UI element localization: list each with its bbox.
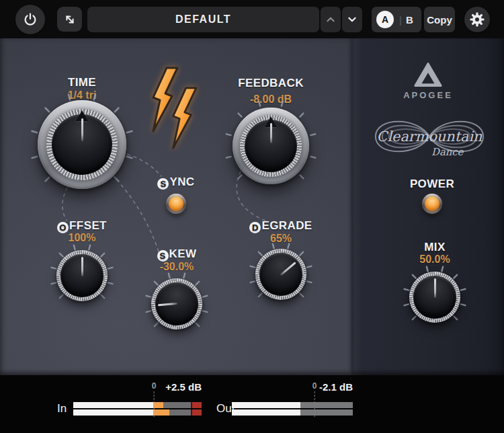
side-panel: APOGEE Clearmountain Dance POWER MIX 50.… [351,38,504,375]
clip-indicator [192,402,202,408]
svg-text:Clearmountain: Clearmountain [377,128,482,145]
knob-pointer [52,114,112,175]
level-fill-orange [153,402,163,408]
power-led-button[interactable] [422,194,442,214]
input-meter: In 0 +2.5 dB [57,375,202,433]
level-fill-white [232,409,300,416]
meter-bar-row [232,402,353,408]
level-fill-orange [153,409,169,416]
degrade-initial-badge: D [249,222,261,233]
preset-selector[interactable]: DEFAULT [87,7,319,32]
settings-button[interactable] [464,7,490,32]
titlebar: DEFAULT A | B Copy [0,0,504,38]
time-label: TIME [28,76,136,89]
input-level-readout: +2.5 dB [165,381,202,393]
copy-button[interactable]: Copy [424,7,455,32]
input-meter-label: In [57,402,67,416]
resize-diagonal-icon [62,12,77,27]
time-knob[interactable] [38,100,126,189]
sync-initial-badge: S [157,178,169,190]
meter-bar-row [73,409,202,416]
clip-indicator [192,409,202,416]
meter-bar-row [73,402,202,408]
power-icon [22,11,38,28]
level-fill-white [232,402,300,408]
apogee-wordmark: APOGEE [374,90,482,100]
skew-label: SKEW [123,247,230,262]
meter-bar-row [232,409,353,416]
led-lamp [425,196,439,211]
lightning-bolts-icon [149,67,206,150]
level-track-gray [300,409,353,416]
chevron-down-icon [345,12,360,27]
svg-text:Dance: Dance [431,146,464,157]
preset-next-button[interactable] [342,7,362,32]
preset-prev-button[interactable] [321,7,341,32]
skew-value: -30.0% [123,261,230,273]
output-meter-bars [232,402,353,416]
ab-a-label: A [382,14,388,25]
knob-pointer [413,276,456,319]
level-track-gray [300,402,353,408]
clearmountain-dance-logo: Clearmountain Dance [366,108,493,169]
output-meter: Out 0 -2.1 dB [216,375,353,433]
degrade-label: DEGRADE [227,219,335,233]
level-track-gray [163,402,191,408]
mix-label: MIX [381,241,489,254]
chevron-up-icon [323,12,338,27]
ab-divider: | [399,14,402,26]
ab-compare-group: A | B [372,7,421,32]
skew-initial-badge: S [157,250,169,262]
knob-pointer [60,254,103,297]
input-meter-bars [73,402,202,416]
output-level-readout: -2.1 dB [319,381,353,393]
power-label: POWER [378,178,486,191]
meter-bar: In 0 +2.5 dB Out 0 -2.1 dB [0,375,504,433]
knob-pointer [245,120,297,172]
main-panel: TIME 1/4 tri FEEDBACK -8.00 dB SYNC OFFS… [0,38,351,375]
sync-label: SYNC [122,175,230,190]
gear-icon [469,11,485,28]
feedback-label: FEEDBACK [217,77,325,90]
level-fill-white [73,409,153,416]
apogee-logo [413,61,443,88]
ab-b-button[interactable]: B [406,14,413,26]
offset-value: 100% [28,232,136,244]
feedback-knob[interactable] [233,108,309,184]
plugin-power-button[interactable] [15,5,45,34]
knob-pointer [251,244,311,305]
preset-name: DEFAULT [175,13,231,26]
offset-label: OFFSET [28,219,136,233]
mix-knob[interactable] [409,272,460,323]
skew-knob[interactable] [151,278,202,329]
level-track-gray [169,409,191,416]
resize-button[interactable] [57,7,82,32]
offset-knob[interactable] [56,250,108,301]
feedback-value: -8.00 dB [217,93,325,106]
degrade-knob[interactable] [255,249,306,300]
degrade-value: 65% [227,233,335,245]
plugin-window: DEFAULT A | B Copy [0,0,504,433]
led-lamp [169,196,183,211]
sync-led-button[interactable] [166,194,186,214]
level-fill-white [73,402,153,408]
ab-a-button[interactable]: A [376,11,394,28]
mix-value: 50.0% [381,253,489,266]
